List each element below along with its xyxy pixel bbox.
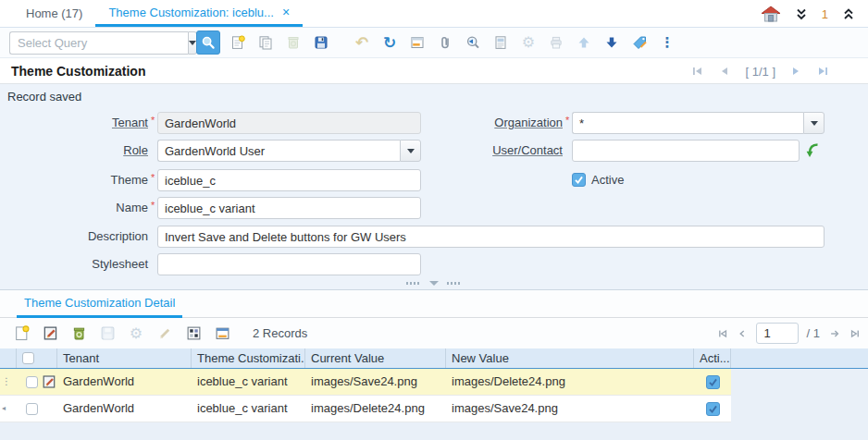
new-record-icon[interactable] xyxy=(228,31,248,54)
print-icon[interactable] xyxy=(546,31,566,54)
name-field[interactable] xyxy=(157,197,421,219)
detail-next-page-icon[interactable] xyxy=(828,328,841,339)
attachment-icon[interactable] xyxy=(435,31,455,54)
stylesheet-label: Stylesheet xyxy=(7,253,148,275)
expand-all-icon[interactable] xyxy=(842,7,855,21)
tenant-field[interactable] xyxy=(157,112,421,134)
active-label: Active xyxy=(591,173,624,187)
save-icon[interactable] xyxy=(311,31,331,54)
column-header-current-value[interactable]: Current Value xyxy=(305,348,446,368)
detail-delete-row-icon[interactable] xyxy=(68,323,89,345)
cell-active-checkbox[interactable] xyxy=(706,375,720,389)
detail-tab-bar: Theme Customization Detail xyxy=(0,290,868,318)
undo-icon[interactable]: ↶ xyxy=(352,31,372,54)
detail-previous-page-icon[interactable] xyxy=(737,328,748,339)
delete-record-icon[interactable] xyxy=(283,31,304,54)
user-contact-label[interactable]: User/Contact xyxy=(422,140,563,162)
role-label[interactable]: Role xyxy=(7,140,148,162)
row-select-checkbox[interactable] xyxy=(26,376,38,388)
tenant-required-marker: * xyxy=(151,115,155,126)
cell-active-checkbox[interactable] xyxy=(706,402,720,416)
last-record-icon[interactable] xyxy=(816,65,829,78)
tab-home[interactable]: Home (17) xyxy=(13,0,95,27)
collapse-all-icon[interactable] xyxy=(795,7,808,21)
theme-required-marker: * xyxy=(151,172,155,183)
detail-edit-row-icon[interactable] xyxy=(40,323,60,345)
theme-label: Theme xyxy=(7,169,148,191)
row-select-checkbox[interactable] xyxy=(26,403,38,415)
cell-tenant: GardenWorld xyxy=(57,369,192,395)
detail-page-total: / 1 xyxy=(807,326,820,340)
toolbar-icons: ↶ ↻ xyxy=(196,31,677,55)
tab-close-icon[interactable]: × xyxy=(282,6,290,18)
tenant-label[interactable]: Tenant xyxy=(7,112,148,134)
panel-title-bar: Theme Customization [ 1/1 ] xyxy=(0,58,868,84)
record-lookup-icon[interactable] xyxy=(804,141,822,159)
select-query-input[interactable] xyxy=(9,31,188,55)
detail-record-icon[interactable] xyxy=(601,31,622,54)
organization-dropdown-button[interactable] xyxy=(803,112,825,134)
active-checkbox[interactable] xyxy=(572,173,586,187)
detail-pagination: / 1 xyxy=(717,318,861,348)
organization-label[interactable]: Organization xyxy=(422,112,563,134)
column-header-theme-customization[interactable]: Theme Customizati... xyxy=(192,348,305,368)
more-options-icon[interactable]: ⋮ xyxy=(657,31,677,54)
cell-theme-customization: iceblue_c variant xyxy=(192,396,305,422)
detail-toolbar: ⚙ xyxy=(0,318,868,348)
toggle-detail-layout-icon[interactable] xyxy=(212,323,232,345)
toggle-grid-icon[interactable] xyxy=(407,31,428,54)
label-icon[interactable] xyxy=(629,31,650,54)
select-all-checkbox[interactable] xyxy=(22,352,34,364)
detail-first-page-icon[interactable] xyxy=(717,328,728,339)
record-navigation: [ 1/1 ] xyxy=(691,58,829,84)
column-header-tenant[interactable]: Tenant xyxy=(57,348,192,368)
detail-last-page-icon[interactable] xyxy=(849,328,861,339)
row-drag-handle[interactable]: ⋮ xyxy=(2,369,11,395)
description-label: Description xyxy=(7,226,148,248)
row-edit-icon[interactable] xyxy=(42,374,56,389)
select-query-combo xyxy=(9,31,185,55)
copy-record-icon[interactable] xyxy=(255,31,276,54)
grid-header: Tenant Theme Customizati... Current Valu… xyxy=(0,348,868,369)
parent-record-icon[interactable] xyxy=(574,31,594,54)
grid-select-all-header xyxy=(17,348,57,368)
stylesheet-field[interactable] xyxy=(157,253,421,275)
organization-field[interactable] xyxy=(572,112,803,134)
tab-home-label: Home (17) xyxy=(26,6,82,20)
process-icon[interactable]: ⚙ xyxy=(518,31,539,54)
splitter-collapse-icon[interactable] xyxy=(429,281,439,286)
cell-current-value: images/Save24.png xyxy=(305,369,446,395)
row-marker-icon: ◂ xyxy=(2,396,6,422)
role-field[interactable] xyxy=(157,140,400,162)
tab-theme-customization-detail[interactable]: Theme Customization Detail xyxy=(17,290,182,318)
detail-process-row-icon[interactable]: ⚙ xyxy=(126,323,146,345)
home-icon[interactable] xyxy=(761,5,781,23)
panel-splitter[interactable] xyxy=(0,277,868,290)
zoom-across-icon[interactable] xyxy=(463,31,483,54)
table-row[interactable]: ◂ GardenWorld iceblue_c variant images/D… xyxy=(0,396,731,422)
user-contact-field[interactable] xyxy=(572,140,800,162)
report-icon[interactable] xyxy=(490,31,511,54)
desktop-count: 1 xyxy=(822,7,828,21)
column-header-active[interactable]: Acti... xyxy=(694,348,731,368)
customize-grid-icon[interactable] xyxy=(183,323,204,345)
column-header-new-value[interactable]: New Value xyxy=(446,348,694,368)
description-field[interactable] xyxy=(157,226,825,248)
theme-field[interactable] xyxy=(157,169,421,191)
name-label: Name xyxy=(7,197,148,219)
detail-save-row-icon[interactable] xyxy=(97,323,118,345)
tab-theme-customization[interactable]: Theme Customization: iceblu... × xyxy=(95,0,303,27)
role-dropdown-button[interactable] xyxy=(400,140,421,162)
previous-record-icon[interactable] xyxy=(718,65,731,78)
requery-icon[interactable]: ↻ xyxy=(379,31,400,54)
detail-new-row-icon[interactable] xyxy=(11,323,31,345)
next-record-icon[interactable] xyxy=(789,65,802,78)
detail-page-input[interactable] xyxy=(756,323,799,344)
records-count: 2 Records xyxy=(253,326,307,340)
table-row[interactable]: ⋮ GardenWorld iceblue_c variant images/S… xyxy=(0,369,731,396)
find-record-button[interactable] xyxy=(196,31,220,55)
status-message: Record saved xyxy=(7,90,81,104)
tab-theme-customization-label: Theme Customization: iceblu... xyxy=(108,6,273,19)
detail-ignore-changes-icon[interactable] xyxy=(155,323,175,345)
first-record-icon[interactable] xyxy=(691,65,704,78)
